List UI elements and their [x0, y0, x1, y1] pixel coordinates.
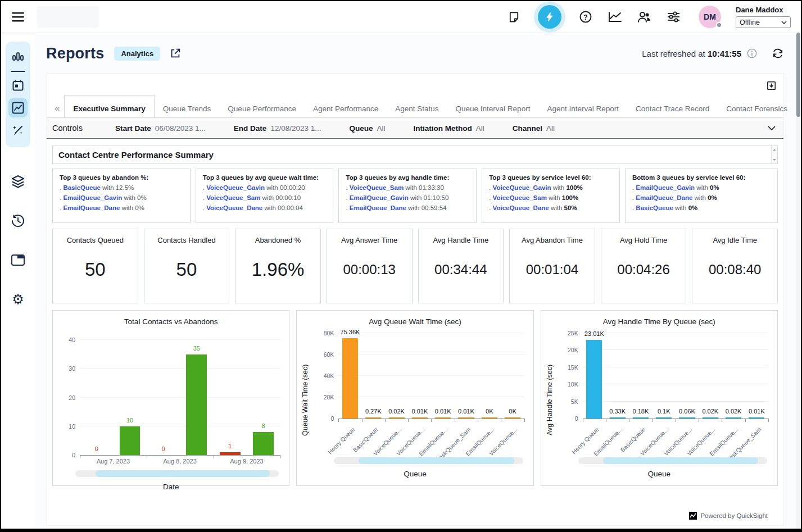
tab-queue-trends[interactable]: Queue Trends	[155, 99, 220, 117]
tab-executive-summary[interactable]: Executive Summary	[64, 95, 154, 117]
filter-queue[interactable]: QueueAll	[349, 124, 385, 133]
connector-text: with	[120, 204, 135, 211]
bar-slot: 0.18K	[629, 334, 652, 419]
tab-agent-interval-report[interactable]: Agent Interval Report	[538, 99, 627, 117]
bar-slot: 0K	[501, 334, 524, 419]
kpi-value: 00:34:44	[434, 244, 487, 303]
queue-link[interactable]: EmailQueue_Dane	[636, 194, 692, 201]
preferences-button[interactable]	[666, 10, 681, 24]
insight-panel: Top 3 queues by service level 60:. Voice…	[482, 169, 620, 223]
info-icon[interactable]	[747, 48, 757, 58]
y-axis-tick-label: 5K	[571, 398, 578, 405]
refresh-button[interactable]	[772, 47, 784, 60]
y-axis-tick-label: 0	[330, 415, 334, 422]
sidebar-item-dashboard[interactable]	[8, 48, 28, 67]
sidebar-item-history[interactable]	[8, 211, 28, 230]
queue-link[interactable]: EmailQueue_Gavin	[63, 194, 122, 201]
queue-link[interactable]: VoiceQueue_Dane	[493, 204, 549, 211]
queue-link[interactable]: VoiceQueue_Sam	[206, 194, 260, 201]
tab-contact-trace-record[interactable]: Contact Trace Record	[627, 99, 718, 117]
sidebar-item-window[interactable]	[8, 251, 28, 270]
bar-voicequeue-[interactable]	[412, 417, 428, 419]
filter-channel[interactable]: ChannelAll	[513, 124, 555, 133]
queue-link[interactable]: VoiceQueue_Gavin	[493, 184, 551, 191]
chart-horizontal-scrollbar[interactable]	[578, 457, 767, 464]
controls-expand-button[interactable]	[768, 126, 776, 131]
queue-link[interactable]: EmailQueue_Gavin	[350, 194, 409, 201]
chart-horizontal-scrollbar[interactable]	[75, 470, 279, 477]
chart-scrollbar-thumb[interactable]	[96, 470, 270, 477]
sidebar-divider	[11, 71, 25, 72]
queue-link[interactable]: EmailQueue_Dane	[63, 204, 120, 211]
tabs-scroll-left-button[interactable]: «	[50, 99, 64, 117]
bar-slot: 0.01K	[408, 334, 431, 419]
summary-scrollbar[interactable]	[771, 146, 777, 163]
queue-link[interactable]: BasicQueue	[636, 204, 673, 211]
filter-intiation-method[interactable]: Intiation MethodAll	[413, 124, 484, 133]
last-refreshed-label: Last refreshed at	[642, 49, 705, 58]
chart-title: Avg Queue Wait Time (sec)	[297, 317, 533, 326]
chart-scrollbar-thumb[interactable]	[359, 457, 514, 464]
bar-aug-9-2023[interactable]	[220, 452, 241, 455]
bar-taskqueue-sam[interactable]	[458, 417, 474, 419]
x-axis-rotated-labels: Henry QueueBasicQueueVoiceQueue...VoiceQ…	[338, 419, 524, 454]
bar-henry-queue[interactable]	[342, 338, 358, 419]
user-avatar[interactable]: DM	[699, 6, 721, 28]
open-external-button[interactable]	[169, 47, 182, 60]
queue-link[interactable]: BasicQueue	[63, 184, 100, 191]
bar-slot: 0.02K	[722, 334, 745, 419]
chart-horizontal-scrollbar[interactable]	[334, 457, 523, 464]
insight-item: . VoiceQueue_Dane with 50%	[489, 204, 613, 211]
bar-voicequeue-[interactable]	[656, 417, 672, 419]
tab-agent-performance[interactable]: Agent Performance	[305, 99, 387, 117]
bar-voicequeue-[interactable]	[679, 417, 695, 419]
download-button[interactable]	[766, 80, 777, 91]
bar-basicqueue[interactable]	[633, 417, 649, 419]
bar-emailqueue-[interactable]	[482, 417, 497, 419]
bar-voicequeue-[interactable]	[505, 417, 520, 419]
tab-queue-interval-report[interactable]: Queue Interval Report	[447, 99, 539, 117]
connector-text: with	[260, 194, 275, 201]
notes-button[interactable]	[506, 10, 521, 24]
tab-agent-status[interactable]: Agent Status	[387, 99, 447, 117]
bar-emailqueue-[interactable]	[610, 417, 626, 419]
bar-basicqueue[interactable]	[365, 417, 381, 419]
bar-emailqueue-[interactable]	[435, 417, 451, 419]
bar-aug-9-2023[interactable]	[253, 432, 274, 455]
queue-link[interactable]: VoiceQueue_Dane	[206, 204, 262, 211]
bar-aug-7-2023[interactable]	[120, 426, 141, 455]
help-button[interactable]: ?	[578, 10, 593, 24]
bar-value-label: 1	[214, 443, 247, 449]
queue-link[interactable]: VoiceQueue_Sam	[350, 184, 404, 191]
sidebar-item-settings[interactable]: ⚙	[8, 290, 28, 309]
settings-gear-icon: ⚙	[12, 293, 24, 306]
bar-aug-8-2023[interactable]	[186, 354, 207, 455]
bar-emailqueue-[interactable]	[726, 417, 741, 419]
filter-start-date[interactable]: Start Date06/08/2023 1...	[115, 124, 206, 133]
hamburger-menu-button[interactable]	[1, 11, 35, 22]
chart-scrollbar-thumb[interactable]	[603, 457, 758, 464]
sidebar-item-layers[interactable]	[8, 172, 28, 191]
sidebar-item-calendar[interactable]	[8, 76, 28, 95]
metrics-button[interactable]	[608, 10, 622, 24]
chart-x-axis-title: Date	[53, 483, 289, 491]
quick-connect-button[interactable]	[538, 5, 561, 29]
queue-link[interactable]: VoiceQueue_Gavin	[206, 184, 265, 191]
bar-taskqueue-sam[interactable]	[749, 417, 764, 419]
bar-voicequeue-[interactable]	[703, 417, 718, 419]
tab-contact-forensics[interactable]: Contact Forensics	[718, 99, 795, 117]
bar-voicequeue-[interactable]	[389, 417, 405, 419]
status-dropdown[interactable]: Offline	[736, 16, 791, 28]
page-scrollbar-thumb[interactable]	[796, 33, 800, 117]
tab-queue-performance[interactable]: Queue Performance	[219, 99, 305, 117]
bar-henry-queue[interactable]	[586, 340, 602, 419]
queue-link[interactable]: EmailQueue_Dane	[350, 204, 406, 211]
chart-x-axis-title: Queue	[297, 470, 533, 478]
queue-link[interactable]: EmailQueue_Gavin	[636, 184, 695, 191]
filter-end-date[interactable]: End Date12/08/2023 1...	[234, 124, 321, 133]
agents-button[interactable]	[637, 10, 651, 24]
queue-link[interactable]: VoiceQueue_Sam	[493, 194, 547, 201]
sidebar-item-analytics[interactable]	[8, 98, 28, 117]
sidebar-item-customize[interactable]	[8, 121, 28, 140]
insight-value: 0%	[688, 204, 698, 211]
